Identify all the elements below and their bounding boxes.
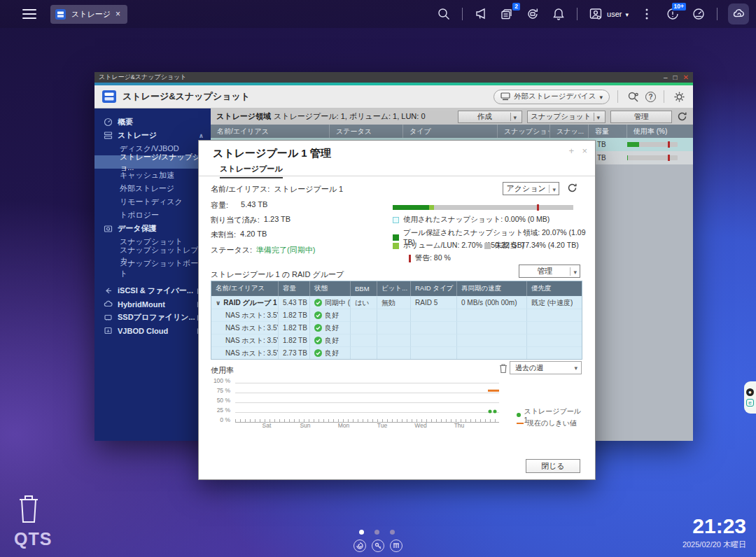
pool-name-value: ストレージプール 1 <box>274 184 343 195</box>
refresh-icon[interactable] <box>677 111 687 122</box>
raid-table-row[interactable]: NAS ホスト: 3.5" ... 1.82 TB 良好 <box>211 321 582 334</box>
usage-chart: 100 %75 %50 %25 %0 % SatSunMonTueWedThu … <box>211 377 582 432</box>
col-usage[interactable]: 使用率 (%) <box>627 125 693 138</box>
threshold-marker <box>668 141 670 148</box>
clock[interactable]: 21:23 2025/02/20 木曜日 <box>682 516 746 550</box>
x-tick-label: Mon <box>338 422 350 429</box>
refresh-icon[interactable] <box>567 183 578 193</box>
sidebar-item-hybridmount[interactable]: HybridMount <box>94 297 211 311</box>
external-storage-device-button[interactable]: 外部ストレージデバイス <box>493 90 610 104</box>
help-icon[interactable] <box>645 92 656 102</box>
manage-button[interactable]: 管理 <box>610 111 672 123</box>
col-name[interactable]: 名前/エイリアス <box>211 125 330 138</box>
series-legend-swatch <box>517 413 521 417</box>
minimize-icon[interactable] <box>664 74 668 81</box>
notification-bell-icon[interactable] <box>551 6 566 22</box>
raid-table-row[interactable]: NAS ホスト: 3.5" ... 1.82 TB 良好 <box>211 334 582 346</box>
sidebar-item-iscsi-fibre[interactable]: iSCSI & ファイバー... <box>94 284 211 297</box>
window-titlebar[interactable]: ストレージ&スナップショット <box>94 72 693 83</box>
sidebar-item-label: キャッシュ加速 <box>120 170 174 181</box>
separator <box>462 8 463 20</box>
chevron-expand-icon[interactable] <box>216 299 220 306</box>
sidebar-item-storage[interactable]: ストレージ <box>94 129 211 142</box>
swirl-icon[interactable] <box>354 540 366 552</box>
user-menu[interactable]: user <box>588 6 629 22</box>
raid-table-row[interactable]: NAS ホスト: 3.5" ... 1.82 TB 良好 <box>211 309 582 321</box>
allocated-label: 割り当て済み: <box>211 215 260 225</box>
x-tick-label: Sun <box>300 422 310 429</box>
separator <box>577 8 578 20</box>
snapshot-button[interactable]: スナップショット <box>527 111 606 123</box>
legend-unallocated: 未割当: 77.34% (4.20 TB) <box>484 241 579 251</box>
col-type[interactable]: タイプ <box>403 125 498 138</box>
kebab-menu-icon[interactable] <box>639 6 654 22</box>
resource-monitor-icon[interactable] <box>691 6 706 22</box>
taskbar-app-tab-label: ストレージ <box>71 9 111 20</box>
sidebar-item-data-protection[interactable]: データ保護 <box>94 222 211 235</box>
search-icon[interactable] <box>436 6 451 22</box>
unallocated-value: 4.20 TB <box>240 230 267 240</box>
gridline <box>235 412 499 413</box>
chevron-down-icon <box>510 113 519 121</box>
settings-gear-icon[interactable] <box>672 90 686 104</box>
announcement-icon[interactable] <box>473 6 489 22</box>
chevron-down-icon <box>599 92 603 101</box>
sidebar-item-external-storage[interactable]: 外部ストレージ <box>94 182 211 195</box>
legend-swatch <box>393 243 399 249</box>
sidebar-item-cache-acceleration[interactable]: キャッシュ加速 <box>94 169 211 182</box>
sidebar-item-label: トポロジー <box>120 210 159 220</box>
sidebar-item-remote-disk[interactable]: リモートディスク <box>94 195 211 209</box>
tab-close-icon[interactable]: × <box>115 10 120 18</box>
dialog-close-icon[interactable] <box>582 146 587 156</box>
raid-manage-button[interactable]: 管理 <box>519 265 580 278</box>
create-button[interactable]: 作成 <box>458 111 522 123</box>
desktop-page-dots[interactable] <box>359 530 395 535</box>
taskbar-app-tab[interactable]: ストレージ × <box>50 5 127 24</box>
warning-threshold-legend: 警告: 80 % <box>409 253 451 263</box>
edge-quick-panel[interactable]: ● e <box>744 381 756 414</box>
sidebar-item-storage-snapshots[interactable]: ストレージ/スナップショ... <box>94 155 211 169</box>
sidebar-item-topology[interactable]: トポロジー <box>94 209 211 222</box>
clear-history-trash-icon[interactable] <box>498 363 508 374</box>
sidebar-item-snapshot-vault[interactable]: スナップショットボールト <box>94 262 211 275</box>
chevron-down-icon <box>594 113 602 121</box>
y-tick-label: 75 % <box>217 387 230 394</box>
warning-marker-swatch <box>409 255 411 262</box>
col-snapshot[interactable]: スナップショット... <box>498 125 550 138</box>
storage-space-label: ストレージ領域 <box>216 111 271 122</box>
raid-table-row[interactable]: RAID グループ 1 5.43 TB 同期中 (0.0 はい 無効 RAID … <box>211 296 582 309</box>
detach-icon[interactable] <box>568 146 574 156</box>
main-menu-icon[interactable] <box>22 9 36 19</box>
pool-name-line: 名前/エイリアス: ストレージプール 1 <box>211 184 343 195</box>
backup-sync-icon[interactable] <box>525 6 540 22</box>
sidebar-item-overview[interactable]: 概要 <box>94 115 211 129</box>
chevron-down-icon <box>549 185 559 193</box>
maximize-icon[interactable] <box>673 74 678 81</box>
col-snap[interactable]: スナッ... <box>550 125 589 138</box>
window-header: ストレージ&スナップショット 外部ストレージデバイス <box>94 85 693 108</box>
col-status[interactable]: ステータス <box>330 125 403 138</box>
clock-time: 21:23 <box>682 516 746 537</box>
threshold-legend-label: 現在のしきい値 <box>527 418 577 428</box>
sidebar-item-label: 概要 <box>118 117 133 127</box>
close-window-icon[interactable] <box>683 74 689 81</box>
col-capacity[interactable]: 容量 <box>589 125 627 138</box>
qe-badge-icon: e <box>746 399 754 407</box>
chevron-down-icon <box>570 267 580 276</box>
tab-divider <box>199 176 595 176</box>
myqnapcloud-icon[interactable] <box>728 3 749 24</box>
key-icon[interactable] <box>372 540 384 552</box>
recycle-bin-icon[interactable] <box>15 492 42 524</box>
action-button[interactable]: アクション <box>503 182 559 195</box>
global-search-icon[interactable] <box>626 90 640 104</box>
columns-icon[interactable] <box>390 540 402 552</box>
notice-board-icon[interactable]: 2 <box>499 6 514 22</box>
sidebar-item-ssd-profiling[interactable]: SSDプロファイリン... <box>94 311 211 324</box>
chart-range-select[interactable]: 過去の週 <box>510 361 582 374</box>
dialog-close-button[interactable]: 閉じる <box>526 459 580 473</box>
pool-table-header: 名前/エイリアス ステータス タイプ スナップショット... スナッ... 容量… <box>211 125 693 138</box>
raid-table-row[interactable]: NAS ホスト: 3.5" ... 2.73 TB 良好 <box>211 346 582 359</box>
background-tasks-icon[interactable]: 10+ <box>665 6 680 22</box>
sidebar-item-vjbod-cloud[interactable]: VJBOD Cloud <box>94 324 211 337</box>
sidebar: 概要 ストレージ ディスク/VJBOD ストレージ/スナップショ... キャッシ… <box>94 108 211 441</box>
